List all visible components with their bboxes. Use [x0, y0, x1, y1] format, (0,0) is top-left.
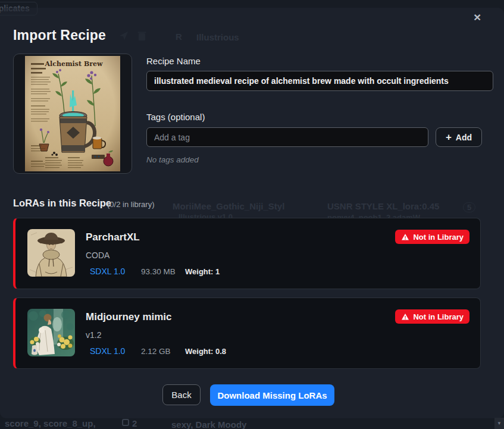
- download-button-label: Download Missing LoRAs: [217, 390, 327, 400]
- lora-name: ParchartXL: [86, 231, 140, 243]
- back-button[interactable]: Back: [162, 384, 201, 405]
- lora-card: ParchartXL Not in Library CODA SDXL 1.0 …: [13, 218, 481, 289]
- background-prompt-text: score_9, score_8_up,: [5, 418, 96, 428]
- lora-version: CODA: [86, 250, 109, 260]
- add-tag-label: Add: [456, 133, 472, 142]
- recipe-thumbnail-card: Alchemist Brew: [13, 54, 132, 174]
- tags-label: Tags (optional): [146, 112, 205, 122]
- base-model-label: SDXL 1.0: [90, 346, 125, 356]
- background-prompt-text: sexy, Dark Moody: [171, 419, 246, 429]
- base-model-label: SDXL 1.0: [90, 267, 125, 276]
- lora-version: v1.2: [86, 330, 101, 340]
- lora-card: Midjourney mimic Not in Library v1.2 SDX…: [13, 298, 481, 369]
- lora-thumbnail-image: [27, 229, 75, 277]
- not-in-library-badge: Not in Library: [395, 309, 469, 324]
- file-size-label: 2.12 GB: [141, 347, 171, 356]
- tag-input[interactable]: [146, 127, 428, 147]
- import-recipe-dialog-screen: Duplicates R Illustrious MoriiMee_Gothic…: [0, 0, 504, 429]
- plus-icon: +: [446, 132, 452, 142]
- lora-name: Midjourney mimic: [86, 311, 172, 323]
- recipe-thumbnail-image: Alchemist Brew: [25, 56, 120, 171]
- download-missing-loras-button[interactable]: Download Missing LoRAs: [210, 384, 334, 406]
- scrollbar-down-button[interactable]: ▼: [494, 418, 504, 429]
- badge-label: Not in Library: [413, 312, 464, 321]
- warning-icon: [401, 313, 409, 321]
- background-count: 2: [132, 418, 137, 428]
- loras-count: (0/2 in library): [107, 200, 154, 209]
- page-title: Import Recipe: [13, 27, 106, 43]
- weight-label: Weight: 1: [185, 267, 220, 276]
- add-tag-button[interactable]: + Add: [436, 127, 482, 147]
- thumbnail-title-text: Alchemist Brew: [45, 60, 103, 68]
- warning-icon: [401, 233, 409, 241]
- no-tags-text: No tags added: [146, 155, 199, 164]
- not-in-library-badge: Not in Library: [395, 230, 469, 244]
- back-button-label: Back: [171, 390, 191, 400]
- weight-label: Weight: 0.8: [185, 347, 226, 356]
- file-size-label: 93.30 MB: [141, 267, 176, 276]
- recipe-name-label: Recipe Name: [146, 56, 201, 66]
- badge-label: Not in Library: [413, 233, 464, 242]
- stack-icon: [122, 419, 129, 426]
- close-icon[interactable]: ×: [474, 11, 481, 23]
- lora-thumbnail-image: [27, 309, 75, 356]
- recipe-name-input[interactable]: [146, 71, 493, 91]
- loras-heading: LoRAs in this Recipe: [13, 198, 111, 209]
- chevron-down-icon: ▼: [497, 421, 502, 426]
